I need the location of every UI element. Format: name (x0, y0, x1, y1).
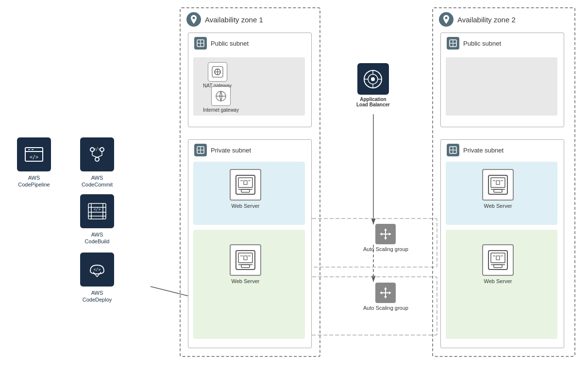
az1-webserver-blue-icon (230, 169, 261, 201)
codecommit-label: AWSCodeCommit (82, 174, 113, 188)
az1-label: Availability zone 1 (205, 16, 263, 24)
asg1-icon: Auto Scaling group (363, 224, 408, 252)
svg-rect-94 (496, 256, 500, 260)
svg-text:</>: </> (30, 154, 38, 160)
az1-private-subnet-label: Private subnet (211, 147, 251, 154)
asg2-icon: Auto Scaling group (363, 283, 408, 311)
az2-webserver-green-label: Web Server (484, 278, 512, 284)
svg-marker-73 (384, 296, 387, 299)
az1-asg-band-green: Web Server (193, 230, 305, 339)
az2-public-subnet-label: Public subnet (463, 40, 501, 47)
az1-container: Availability zone 1 Public subnet (180, 7, 320, 357)
svg-line-18 (97, 155, 102, 157)
asg2-icon-box (375, 283, 396, 303)
alb: ApplicationLoad Balancer (356, 63, 390, 107)
az1-public-subnet-icon (194, 37, 207, 50)
svg-line-28 (97, 272, 101, 277)
svg-marker-66 (384, 228, 387, 231)
svg-text:</>: </> (94, 147, 101, 152)
az2-private-subnet-label: Private subnet (463, 147, 504, 154)
svg-line-27 (93, 272, 97, 277)
svg-rect-92 (494, 265, 502, 268)
az2-public-gray-area (446, 57, 557, 116)
az2-location-icon (439, 12, 454, 27)
svg-marker-72 (384, 287, 387, 289)
az2-webserver-green: Web Server (482, 244, 514, 284)
az1-public-gray-area: NAT gateway Internet gateway (193, 57, 305, 116)
internet-gateway-az1: Internet gateway (203, 86, 239, 113)
az1-webserver-blue: Web Server (230, 169, 261, 209)
svg-rect-51 (238, 253, 252, 263)
az2-public-subnet-icon (447, 37, 459, 50)
az2-webserver-blue-label: Web Server (484, 203, 512, 209)
codecommit-icon: </> (80, 137, 114, 171)
az1-header: Availability zone 1 (181, 8, 319, 31)
svg-marker-75 (389, 291, 391, 294)
az1-private-subnet: Private subnet (188, 139, 312, 348)
nat-gateway-az1: NAT gateway (203, 62, 232, 88)
internet-gateway-label: Internet gateway (203, 107, 239, 113)
az1-webserver-green-icon (230, 244, 261, 276)
az2-private-subnet-icon (447, 144, 459, 156)
nat-gateway-icon (208, 62, 227, 82)
svg-marker-74 (380, 291, 382, 294)
codepipeline-label: AWSCodePipeline (18, 174, 50, 188)
az2-webserver-green-icon (482, 244, 514, 276)
az1-webserver-green-label: Web Server (232, 278, 260, 284)
svg-marker-67 (384, 237, 387, 240)
internet-gateway-icon (211, 86, 231, 106)
codebuild-icon: </> (80, 194, 114, 228)
diagram: </> AWSCodePipeline </> AWSCodeCommit (0, 0, 588, 371)
svg-rect-45 (241, 189, 250, 192)
svg-rect-54 (244, 256, 247, 260)
codebuild-service: </> AWSCodeBuild (75, 194, 119, 245)
az2-container: Availability zone 2 Public subnet (432, 7, 575, 357)
az1-webserver-green: Web Server (230, 244, 261, 284)
az1-public-subnet: Public subnet NAT gateway (188, 33, 312, 127)
svg-rect-87 (496, 181, 500, 185)
svg-rect-47 (244, 181, 247, 185)
svg-text:</>: </> (94, 207, 101, 212)
az2-public-subnet-header: Public subnet (441, 33, 564, 53)
az2-header: Availability zone 2 (433, 8, 574, 31)
az2-label: Availability zone 2 (457, 16, 516, 24)
alb-label: ApplicationLoad Balancer (356, 97, 390, 107)
codecommit-service: </> AWSCodeCommit (75, 137, 119, 188)
codedeploy-service: </> AWSCodeDeploy (75, 253, 119, 304)
svg-line-16 (92, 155, 97, 157)
az2-public-subnet: Public subnet (440, 33, 564, 127)
svg-point-76 (445, 17, 448, 19)
codedeploy-icon: </> (80, 253, 114, 287)
codepipeline-service: </> AWSCodePipeline (12, 137, 56, 188)
svg-point-30 (193, 17, 195, 19)
az2-webserver-blue-icon (482, 169, 514, 201)
svg-rect-52 (241, 265, 250, 268)
svg-point-14 (95, 157, 99, 161)
az2-asg-band-green: Web Server (446, 230, 557, 339)
svg-rect-85 (494, 189, 502, 192)
az1-public-subnet-header: Public subnet (188, 33, 311, 53)
svg-point-59 (371, 77, 375, 81)
az2-private-subnet: Private subnet (440, 139, 564, 348)
codepipeline-icon: </> (17, 137, 51, 171)
az1-private-subnet-icon (194, 144, 207, 156)
alb-icon-box (357, 63, 389, 95)
svg-rect-84 (491, 178, 505, 187)
codedeploy-label: AWSCodeDeploy (83, 289, 112, 304)
svg-marker-69 (389, 233, 391, 236)
az1-location-icon (186, 12, 201, 27)
az1-private-subnet-header: Private subnet (188, 140, 311, 160)
az2-asg-band-blue: Web Server (446, 162, 557, 225)
az2-webserver-blue: Web Server (482, 169, 514, 209)
svg-marker-68 (380, 233, 382, 236)
svg-rect-44 (238, 178, 252, 187)
asg2-label: Auto Scaling group (363, 305, 408, 311)
az1-webserver-blue-label: Web Server (232, 203, 260, 209)
asg1-icon-box (375, 224, 396, 244)
svg-text:</>: </> (94, 268, 101, 272)
az2-private-subnet-header: Private subnet (441, 140, 564, 160)
az1-public-subnet-label: Public subnet (211, 40, 249, 47)
svg-rect-91 (491, 253, 505, 263)
asg1-label: Auto Scaling group (363, 246, 408, 252)
codebuild-label: AWSCodeBuild (85, 231, 110, 245)
